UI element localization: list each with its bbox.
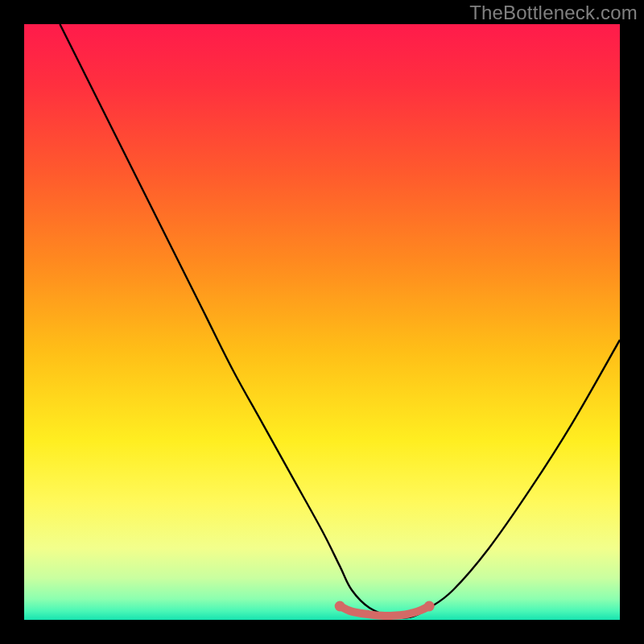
chart-frame: TheBottleneck.com xyxy=(0,0,644,644)
chart-plot-area xyxy=(24,24,620,620)
chart-svg xyxy=(24,24,620,620)
flat-segment-start-dot xyxy=(335,601,345,611)
flat-segment-end-dot xyxy=(424,601,435,611)
watermark-text: TheBottleneck.com xyxy=(469,2,638,24)
